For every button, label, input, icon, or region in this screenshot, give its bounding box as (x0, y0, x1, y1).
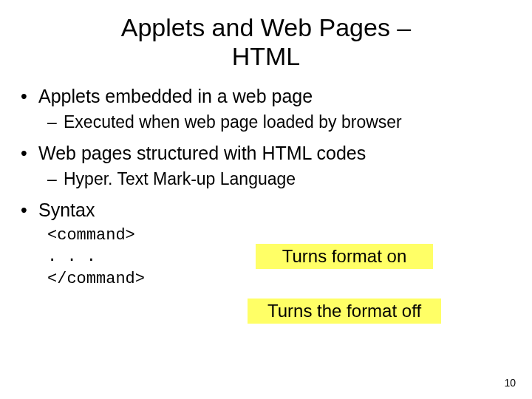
bullet-1: • Applets embedded in a web page (21, 84, 511, 109)
page-number: 10 (504, 377, 516, 389)
bullet-1-sub: – Executed when web page loaded by brows… (47, 111, 511, 134)
bullet-dot-icon: • (21, 198, 31, 223)
highlight-format-on: Turns format on (256, 244, 433, 269)
bullet-dot-icon: • (21, 84, 31, 109)
bullet-dash-icon: – (47, 111, 58, 134)
bullet-2: • Web pages structured with HTML codes (21, 141, 511, 166)
code-close-tag: </command> (47, 268, 511, 290)
bullet-1-sub-text: Executed when web page loaded by browser (64, 111, 402, 134)
title-line-2: HTML (232, 42, 301, 70)
bullet-2-sub: – Hyper. Text Mark-up Language (47, 168, 511, 191)
bullet-1-text: Applets embedded in a web page (38, 84, 313, 109)
bullet-3: • Syntax (21, 198, 511, 223)
highlight-format-off: Turns the format off (248, 299, 441, 324)
slide-title: Applets and Web Pages – HTML (0, 0, 532, 71)
bullet-2-text: Web pages structured with HTML codes (38, 141, 366, 166)
bullet-2-sub-text: Hyper. Text Mark-up Language (64, 168, 296, 191)
title-line-1: Applets and Web Pages – (121, 13, 412, 41)
bullet-dash-icon: – (47, 168, 58, 191)
code-open-tag: <command> (47, 225, 511, 247)
bullet-3-text: Syntax (38, 198, 95, 223)
bullet-dot-icon: • (21, 141, 31, 166)
